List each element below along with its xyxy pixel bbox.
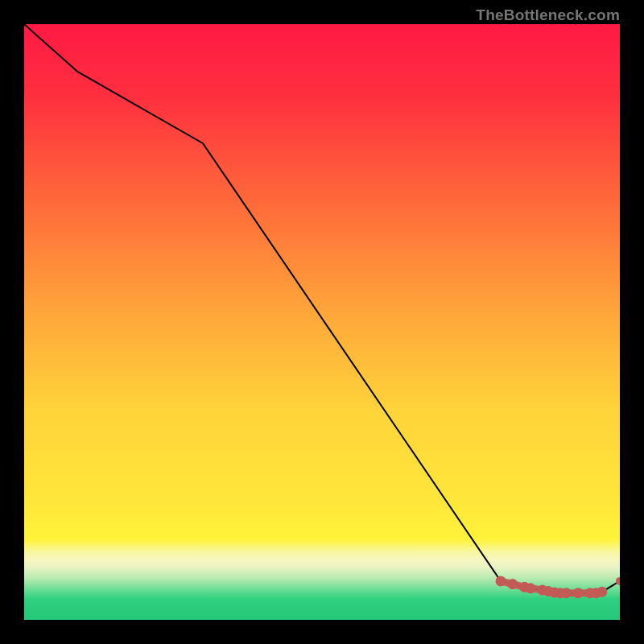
data-point: [507, 579, 518, 589]
plot-area: [24, 24, 620, 620]
data-point: [496, 576, 506, 586]
data-point: [573, 588, 584, 598]
gradient-background: [24, 24, 620, 620]
chart-svg: [24, 24, 620, 620]
chart-container: TheBottleneck.com: [0, 0, 644, 644]
data-point: [526, 583, 536, 593]
data-point: [597, 587, 607, 597]
data-point: [561, 588, 572, 598]
attribution-label: TheBottleneck.com: [476, 6, 620, 24]
